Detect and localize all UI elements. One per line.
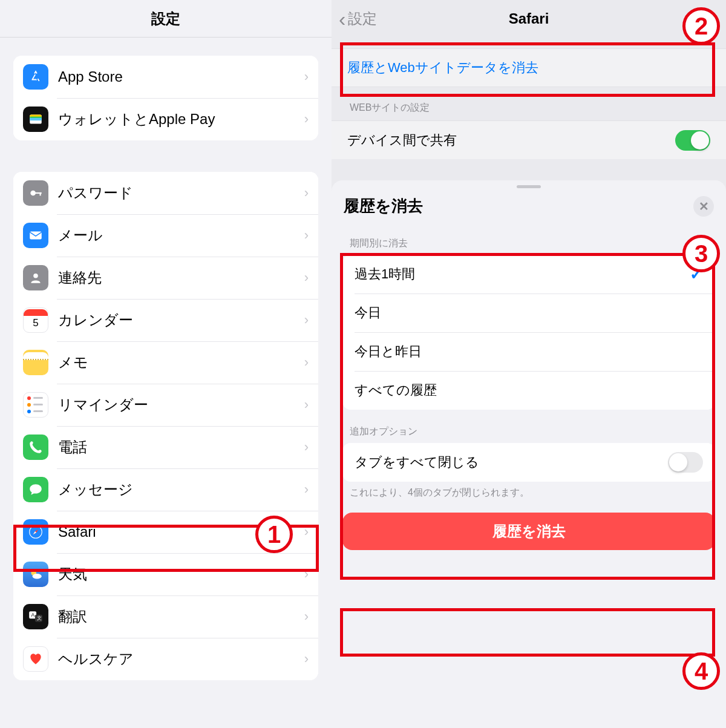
settings-title: 設定: [151, 9, 180, 28]
close-all-tabs-footer: これにより、4個のタブが閉じられます。: [332, 482, 726, 499]
share-across-devices-row[interactable]: デバイス間で共有: [332, 120, 726, 159]
mail-icon: [23, 223, 48, 248]
sheet-header: 履歴を消去 ✕: [332, 188, 726, 221]
notes-icon: [23, 350, 48, 375]
chevron-right-icon: ›: [304, 111, 309, 127]
settings-item-label: 電話: [58, 438, 304, 457]
period-option-all[interactable]: すべての履歴: [342, 371, 715, 410]
weather-icon: [23, 562, 48, 587]
settings-panel: 設定 App Store › ウォレットとApple Pay › パスワード ›: [0, 0, 332, 728]
period-option-label: 今日と昨日: [355, 343, 422, 361]
website-settings-group: WEBサイトの設定 デバイス間で共有: [332, 102, 726, 159]
settings-item-password[interactable]: パスワード ›: [13, 172, 318, 214]
checkmark-icon: ✓: [690, 265, 703, 284]
chevron-right-icon: ›: [304, 69, 309, 85]
back-label: 設定: [348, 9, 377, 28]
appstore-icon: [23, 64, 48, 90]
settings-item-reminders[interactable]: リマインダー ›: [13, 384, 318, 426]
period-option-label: 過去1時間: [355, 265, 415, 283]
period-option-label: すべての履歴: [355, 381, 437, 399]
settings-item-label: メール: [58, 226, 304, 245]
svg-rect-3: [30, 118, 42, 120]
back-button[interactable]: ‹ 設定: [339, 0, 377, 38]
settings-item-health[interactable]: ヘルスケア ›: [13, 638, 318, 680]
settings-header: 設定: [0, 0, 332, 38]
clear-history-sheet: 履歴を消去 ✕ 期間別に消去 過去1時間 ✓ 今日 今日と昨日 すべての履歴 追…: [332, 180, 726, 728]
period-option-label: 今日: [355, 304, 381, 322]
settings-item-mail[interactable]: メール ›: [13, 214, 318, 257]
chevron-right-icon: ›: [304, 482, 309, 497]
svg-point-4: [30, 191, 36, 196]
phone-icon: [23, 435, 48, 460]
settings-item-notes[interactable]: メモ ›: [13, 341, 318, 384]
safari-icon: [23, 519, 48, 545]
settings-item-label: App Store: [58, 68, 304, 85]
clear-history-link[interactable]: 履歴とWebサイトデータを消去: [332, 48, 726, 87]
settings-item-label: 連絡先: [58, 268, 304, 287]
close-all-tabs-toggle[interactable]: [668, 452, 703, 473]
period-option-last-hour[interactable]: 過去1時間 ✓: [342, 255, 715, 293]
period-header: 期間別に消去: [332, 221, 726, 255]
period-list: 過去1時間 ✓ 今日 今日と昨日 すべての履歴: [342, 255, 715, 410]
chevron-right-icon: ›: [304, 566, 309, 582]
svg-point-12: [33, 574, 42, 579]
share-across-devices-label: デバイス間で共有: [347, 131, 457, 149]
clear-history-label: 履歴とWebサイトデータを消去: [347, 59, 538, 77]
confirm-clear-label: 履歴を消去: [492, 522, 566, 541]
settings-item-label: リマインダー: [58, 395, 304, 415]
close-icon: ✕: [699, 199, 709, 214]
settings-item-calendar[interactable]: 5 カレンダー ›: [13, 299, 318, 341]
svg-text:文: 文: [37, 615, 42, 621]
settings-item-appstore[interactable]: App Store ›: [13, 56, 318, 98]
key-icon: [23, 180, 48, 206]
svg-text:A: A: [31, 612, 34, 618]
settings-item-translate[interactable]: A文 翻訳 ›: [13, 595, 318, 638]
share-across-devices-toggle[interactable]: [675, 130, 710, 151]
settings-item-phone[interactable]: 電話 ›: [13, 426, 318, 468]
options-header: 追加オプション: [332, 410, 726, 443]
contacts-icon: [23, 265, 48, 290]
website-settings-header: WEBサイトの設定: [332, 102, 726, 120]
messages-icon: [23, 477, 48, 502]
settings-item-safari[interactable]: Safari ›: [13, 511, 318, 553]
sheet-title: 履歴を消去: [344, 195, 423, 217]
settings-item-contacts[interactable]: 連絡先 ›: [13, 257, 318, 299]
close-all-tabs-label: タブをすべて閉じる: [355, 453, 479, 471]
chevron-right-icon: ›: [304, 312, 309, 328]
settings-item-label: カレンダー: [58, 310, 304, 330]
chevron-right-icon: ›: [304, 228, 309, 243]
settings-item-label: 翻訳: [58, 607, 304, 626]
safari-header: ‹ 設定 Safari: [332, 0, 726, 38]
chevron-right-icon: ›: [304, 651, 309, 667]
calendar-icon: 5: [23, 307, 48, 333]
period-option-today-yesterday[interactable]: 今日と昨日: [342, 332, 715, 371]
chevron-right-icon: ›: [304, 609, 309, 625]
safari-title: Safari: [509, 10, 549, 27]
settings-group-2: パスワード › メール › 連絡先 › 5 カレンダー ›: [13, 172, 318, 680]
health-icon: [23, 646, 48, 672]
settings-item-messages[interactable]: メッセージ ›: [13, 468, 318, 511]
safari-settings-panel: ‹ 設定 Safari 履歴とWebサイトデータを消去 WEBサイトの設定 デバ…: [332, 0, 726, 728]
reminders-icon: [23, 392, 48, 418]
settings-group-1: App Store › ウォレットとApple Pay ›: [13, 56, 318, 140]
svg-rect-6: [40, 192, 41, 195]
close-all-tabs-row[interactable]: タブをすべて閉じる: [342, 443, 715, 482]
settings-item-wallet[interactable]: ウォレットとApple Pay ›: [13, 98, 318, 140]
chevron-right-icon: ›: [304, 355, 309, 370]
chevron-right-icon: ›: [304, 270, 309, 286]
settings-item-label: 天気: [58, 565, 304, 584]
settings-item-label: メモ: [58, 353, 304, 372]
settings-item-label: ヘルスケア: [58, 649, 304, 669]
settings-item-label: メッセージ: [58, 480, 304, 499]
settings-item-label: Safari: [58, 523, 304, 540]
options-list: タブをすべて閉じる: [342, 443, 715, 482]
settings-item-label: パスワード: [58, 183, 304, 203]
confirm-clear-button[interactable]: 履歴を消去: [342, 513, 715, 550]
period-option-today[interactable]: 今日: [342, 293, 715, 332]
chevron-right-icon: ›: [304, 397, 309, 413]
close-button[interactable]: ✕: [693, 196, 714, 217]
chevron-right-icon: ›: [304, 524, 309, 540]
settings-item-weather[interactable]: 天気 ›: [13, 553, 318, 595]
safari-clear-group: 履歴とWebサイトデータを消去: [332, 48, 726, 87]
chevron-left-icon: ‹: [339, 8, 345, 29]
